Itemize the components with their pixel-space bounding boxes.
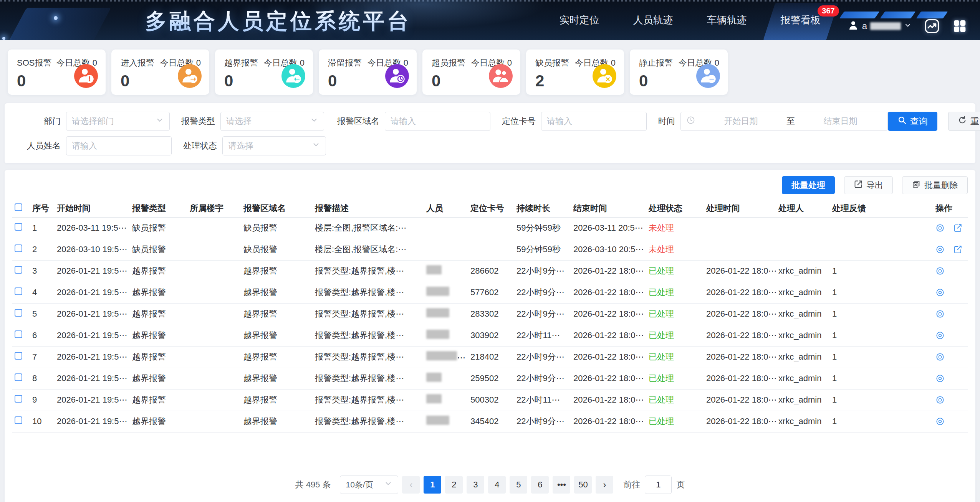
row-checkbox[interactable] (15, 244, 22, 252)
table-cell (12, 260, 30, 282)
table-cell: xrkc_admin (776, 346, 830, 368)
table-cell (933, 282, 968, 303)
table-cell: 2026-03-11 20:5⋯ (571, 217, 646, 239)
column-header: 持续时长 (514, 200, 571, 217)
date-range-picker[interactable]: 开始日期 至 结束日期 (680, 112, 888, 131)
edit-handle-icon[interactable] (953, 245, 962, 254)
table-cell: 2026-01-21 19:5⋯ (55, 368, 130, 389)
prev-page-button[interactable]: ‹ (402, 476, 420, 494)
view-detail-icon[interactable] (935, 417, 945, 426)
status-badge: 已处理 (649, 352, 674, 362)
header-decoration-left (4, 8, 111, 40)
page-button-1[interactable]: 1 (424, 476, 441, 494)
page-button-3[interactable]: 3 (467, 476, 484, 494)
view-detail-icon[interactable] (935, 266, 945, 276)
alarm-type-select[interactable]: 请选择 (220, 112, 324, 131)
table-row: 32026-01-21 19:5⋯越界报警越界报警报警类型:越界报警,楼⋯286… (12, 260, 968, 282)
view-detail-icon[interactable] (935, 374, 945, 383)
row-checkbox[interactable] (15, 223, 22, 231)
refresh-icon (958, 116, 967, 127)
table-cell: 577602 (468, 282, 514, 303)
table-cell: 2026-01-22 18:0⋯ (704, 303, 776, 325)
goto-page-input[interactable] (645, 476, 672, 494)
chevron-down-icon (384, 479, 392, 490)
status-badge: 已处理 (649, 266, 674, 276)
card-value: 0 (432, 72, 440, 90)
start-date-placeholder: 开始日期 (699, 116, 783, 127)
table-cell: 未处理 (646, 217, 704, 239)
row-operations (935, 266, 965, 276)
area-name-input[interactable] (391, 116, 485, 126)
person-name-input[interactable] (72, 141, 166, 151)
table-cell: 越界报警 (130, 346, 187, 368)
table-cell: 报警类型:越界报警,楼⋯ (313, 325, 424, 346)
page-button-2[interactable]: 2 (445, 476, 463, 494)
view-detail-icon[interactable] (935, 245, 945, 254)
view-detail-icon[interactable] (935, 395, 945, 405)
nav-item-1[interactable]: 人员轨迹 (616, 0, 690, 40)
status-badge: 已处理 (649, 330, 674, 340)
view-detail-icon[interactable] (935, 352, 945, 362)
table-cell (933, 303, 968, 325)
table-cell: 报警类型:越界报警,楼⋯ (313, 260, 424, 282)
table-cell: 2026-01-21 19:5⋯ (55, 303, 130, 325)
view-detail-icon[interactable] (935, 331, 945, 340)
table-cell: 越界报警 (241, 389, 313, 411)
row-checkbox[interactable] (15, 330, 22, 338)
row-checkbox[interactable] (15, 266, 22, 274)
table-cell: 2026-01-22 18:0⋯ (571, 260, 646, 282)
search-button[interactable]: 查询 (888, 112, 937, 131)
user-menu[interactable]: a (848, 20, 912, 33)
row-operations (935, 288, 965, 297)
table-cell (468, 217, 514, 239)
row-checkbox[interactable] (15, 395, 22, 403)
table-cell: 报警类型:越界报警,楼⋯ (313, 346, 424, 368)
table-cell: xrkc_admin (776, 303, 830, 325)
view-detail-icon[interactable] (935, 223, 945, 233)
view-detail-icon[interactable] (935, 288, 945, 297)
handle-status-select[interactable]: 请选择 (222, 136, 326, 155)
department-select[interactable]: 请选择部门 (66, 112, 170, 131)
card-title: SOS报警 (17, 57, 51, 69)
reset-button[interactable]: 重置 (948, 112, 980, 131)
batch-process-button[interactable]: 批量处理 (782, 176, 835, 194)
column-header: 处理人 (776, 200, 830, 217)
row-checkbox[interactable] (15, 373, 22, 381)
page-size-select[interactable]: 10条/页 (340, 476, 398, 494)
table-cell (933, 411, 968, 432)
view-detail-icon[interactable] (935, 309, 945, 319)
row-operations (935, 309, 965, 319)
page-button-6[interactable]: 6 (531, 476, 549, 494)
card-no-input[interactable] (547, 116, 641, 126)
card-title: 超员报警 (432, 57, 465, 69)
select-all-checkbox[interactable] (15, 203, 22, 211)
apps-grid-icon[interactable] (950, 17, 969, 36)
more-pages-button[interactable]: ••• (553, 476, 570, 494)
export-button[interactable]: 导出 (844, 176, 893, 194)
row-checkbox[interactable] (15, 287, 22, 295)
monitor-trend-icon[interactable] (922, 17, 942, 36)
nav-item-3[interactable]: 报警看板367 (764, 0, 838, 40)
page-button-4[interactable]: 4 (488, 476, 506, 494)
table-cell (424, 303, 468, 325)
batch-delete-button[interactable]: 批量删除 (902, 176, 968, 194)
row-checkbox[interactable] (15, 352, 22, 360)
nav-item-2[interactable]: 车辆轨迹 (690, 0, 764, 40)
column-header: 报警描述 (313, 200, 424, 217)
page-button-5[interactable]: 5 (510, 476, 527, 494)
table-cell: xrkc_admin (776, 411, 830, 432)
row-checkbox[interactable] (15, 309, 22, 317)
person-cross-icon: ← (281, 64, 305, 89)
table-cell: 越界报警 (241, 282, 313, 303)
page-button-50[interactable]: 50 (574, 476, 592, 494)
table-cell: 5 (30, 303, 55, 325)
goto-label: 前往 (623, 479, 640, 490)
card-title: 静止报警 (639, 57, 673, 69)
next-page-button[interactable]: › (596, 476, 613, 494)
clock-icon (686, 116, 695, 127)
row-checkbox[interactable] (15, 416, 22, 424)
edit-handle-icon[interactable] (953, 223, 962, 233)
table-cell (187, 303, 241, 325)
alarm-count-badge: 367 (818, 5, 839, 17)
nav-item-0[interactable]: 实时定位 (543, 0, 616, 40)
